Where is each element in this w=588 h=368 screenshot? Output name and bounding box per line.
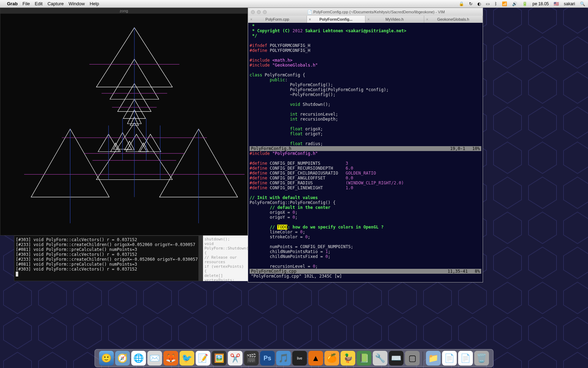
- wifi-icon[interactable]: 📶: [502, 1, 507, 6]
- dock-vlc[interactable]: ▲: [308, 351, 323, 366]
- dock-trash[interactable]: 🗑️: [474, 351, 489, 366]
- code: // default in the center: [270, 205, 330, 210]
- user-name[interactable]: sakari: [564, 1, 575, 6]
- code: childNumPointsFixed =: [270, 254, 326, 259]
- code: #include: [250, 58, 272, 63]
- tab-myvideo[interactable]: ×MyVideo.h: [365, 16, 424, 23]
- tab-polyformconfig[interactable]: ×PolyFormConfig...: [307, 16, 366, 23]
- dock-doc1[interactable]: 📄: [442, 351, 457, 366]
- code: origoX =: [270, 210, 293, 215]
- lock-icon[interactable]: 🔒: [459, 1, 464, 6]
- code: radius;: [303, 141, 323, 146]
- statusline-bottom: PolyFormConfig.cpp 11,35-41 8%: [250, 269, 481, 274]
- bg-code-line: // Release our resources: [204, 255, 246, 264]
- dock-app[interactable]: ▢: [405, 351, 420, 366]
- dock-folder[interactable]: 📁: [426, 351, 441, 366]
- tab-geokoneglobals[interactable]: ×GeokoneGlobals.h: [424, 16, 483, 23]
- dock-clementine[interactable]: 🍊: [324, 351, 339, 366]
- code: * Copyright (C): [250, 28, 293, 33]
- code: 0: [313, 264, 315, 269]
- log-line: [#081] void PolyForm::preCalculate() num…: [16, 262, 201, 267]
- dock-macvim[interactable]: 📗: [357, 351, 371, 366]
- close-button[interactable]: [251, 10, 255, 14]
- menu-help[interactable]: Help: [90, 1, 99, 6]
- dock-imageapp[interactable]: 🖼️: [212, 351, 226, 366]
- display-icon[interactable]: ▭: [486, 1, 490, 6]
- dock-cut[interactable]: ✂️: [228, 351, 243, 366]
- status-percent: 8%: [475, 269, 480, 274]
- code: int: [290, 112, 298, 117]
- dock-utility[interactable]: 🔧: [373, 351, 387, 366]
- log-window[interactable]: [#303] void PolyForm::calcVectors() r = …: [14, 236, 203, 281]
- close-icon[interactable]: ×: [309, 18, 311, 21]
- code: 0: [326, 254, 328, 259]
- code: #include: [250, 151, 272, 156]
- dock-textedit[interactable]: 📝: [196, 351, 210, 366]
- menu-file[interactable]: File: [22, 1, 30, 6]
- close-icon[interactable]: ×: [368, 18, 370, 21]
- code: float: [290, 141, 303, 146]
- flag-icon[interactable]: 🇺🇸: [554, 1, 559, 6]
- canvas[interactable]: [0, 14, 247, 235]
- menu-window[interactable]: Window: [69, 1, 85, 6]
- clock[interactable]: pe 18.05: [532, 1, 549, 6]
- menu-edit[interactable]: Edit: [35, 1, 42, 6]
- vim-titlebar[interactable]: 📄 PolyFormConfig.cpp (~/Documents/Kehity…: [248, 8, 483, 16]
- code: 2.0: [394, 180, 401, 185]
- code: 1: [326, 249, 328, 254]
- dock-tweetie[interactable]: 🐦: [180, 351, 194, 366]
- status-percent: 10%: [472, 146, 480, 151]
- dock-cyberduck[interactable]: 🦆: [341, 351, 355, 366]
- code: ;: [295, 210, 298, 215]
- sync-icon[interactable]: ↻: [469, 1, 472, 6]
- scrollbar[interactable]: [198, 236, 203, 281]
- minimize-button[interactable]: [257, 10, 261, 14]
- code: ;: [328, 249, 330, 254]
- close-icon[interactable]: ×: [426, 18, 428, 21]
- dock-itunes[interactable]: 🎵: [276, 351, 291, 366]
- dock-ableton[interactable]: live: [292, 351, 307, 366]
- code: <math.h>: [272, 58, 293, 63]
- dock-firefox[interactable]: 🦊: [163, 351, 178, 366]
- dock-mail[interactable]: ✉️: [147, 351, 162, 366]
- editor[interactable]: * * Copyright (C) 2012 Sakari Lehtonen <…: [248, 23, 483, 282]
- menubar: Grab File Edit Capture Window Help 🔒 ↻ ◐…: [0, 0, 588, 8]
- code: GOLDEN_RATIO: [346, 171, 376, 176]
- code: #include: [250, 63, 272, 68]
- bg-code-line: void PolyForm::Shutdown() {: [204, 241, 246, 255]
- bg-code-line: if (vertexPoints) {: [204, 264, 246, 273]
- dock-terminal[interactable]: ⌨️: [389, 351, 404, 366]
- menu-capture[interactable]: Capture: [48, 1, 64, 6]
- log-line: [#303] void PolyForm::calcVectors() r = …: [16, 252, 201, 257]
- svg-marker-15: [139, 143, 148, 152]
- close-icon[interactable]: ×: [250, 18, 252, 21]
- tab-polyform[interactable]: ×PolyForm.cpp: [248, 16, 307, 23]
- svg-marker-13: [111, 143, 120, 152]
- code: #define: [250, 180, 267, 185]
- code: float: [290, 131, 303, 136]
- dock-chrome[interactable]: 🌐: [131, 351, 146, 366]
- graphics-titlebar[interactable]: zong: [0, 8, 247, 14]
- code: CONFIG_DEF_LINEWEIGHT: [267, 185, 323, 190]
- bg-code-line: shutdown();: [204, 237, 246, 241]
- dock-photoshop[interactable]: Ps: [260, 351, 275, 366]
- code: CONFIG_DEF_RADIUS: [267, 180, 313, 185]
- svg-marker-12: [140, 134, 161, 152]
- cursor-block: [16, 272, 18, 277]
- dock-finder[interactable]: 🙂: [99, 351, 114, 366]
- code: 3: [346, 161, 348, 166]
- spotlight-icon[interactable]: 🔍: [580, 1, 585, 6]
- code: childNumPointsRatio =: [270, 249, 326, 254]
- dock-safari[interactable]: 🧭: [115, 351, 130, 366]
- code: ;: [295, 215, 298, 220]
- dock-doc2[interactable]: 📄: [458, 351, 473, 366]
- code: 1.0: [346, 185, 354, 190]
- bluetooth-icon[interactable]: ᛒ: [495, 1, 497, 6]
- app-name[interactable]: Grab: [7, 1, 18, 6]
- volume-icon[interactable]: 🔊: [512, 1, 517, 6]
- zoom-button[interactable]: [263, 10, 267, 14]
- status-icon[interactable]: ◐: [477, 1, 481, 6]
- battery-icon[interactable]: 🔋: [522, 1, 527, 6]
- window-title: 📄 PolyFormConfig.cpp (~/Documents/Kehity…: [270, 10, 483, 14]
- dock-finalcut[interactable]: 🎬: [244, 351, 259, 366]
